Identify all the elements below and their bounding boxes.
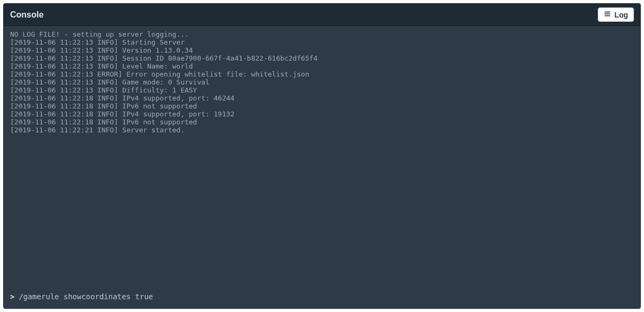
log-button-label: Log [614,11,628,19]
console-line: [2019-11-06 11:22:18 INFO] IPv4 supporte… [10,94,634,102]
console-line: [2019-11-06 11:22:13 INFO] Version 1.13.… [10,46,634,54]
panel-title: Console [10,10,44,20]
console-line: [2019-11-06 11:22:18 INFO] IPv6 not supp… [10,102,634,110]
list-icon [604,10,611,19]
console-line: [2019-11-06 11:22:13 INFO] Difficulty: 1… [10,86,634,94]
console-input-row: > [4,289,640,308]
console-input[interactable] [19,292,634,301]
log-button[interactable]: Log [598,7,634,22]
prompt-symbol: > [10,292,14,301]
panel-header: Console Log [4,4,640,26]
console-line: [2019-11-06 11:22:21 INFO] Server starte… [10,126,634,134]
console-line: NO LOG FILE! - setting up server logging… [10,30,634,38]
console-line: [2019-11-06 11:22:18 INFO] IPv4 supporte… [10,110,634,118]
console-line: [2019-11-06 11:22:13 ERROR] Error openin… [10,70,634,78]
console-line: [2019-11-06 11:22:13 INFO] Game mode: 0 … [10,78,634,86]
console-line: [2019-11-06 11:22:18 INFO] IPv6 not supp… [10,118,634,126]
console-line: [2019-11-06 11:22:13 INFO] Starting Serv… [10,38,634,46]
console-output[interactable]: NO LOG FILE! - setting up server logging… [4,26,640,289]
console-panel: Console Log NO LOG FILE! - setting up se… [3,3,641,309]
console-line: [2019-11-06 11:22:13 INFO] Level Name: w… [10,62,634,70]
console-line: [2019-11-06 11:22:13 INFO] Session ID 80… [10,54,634,62]
